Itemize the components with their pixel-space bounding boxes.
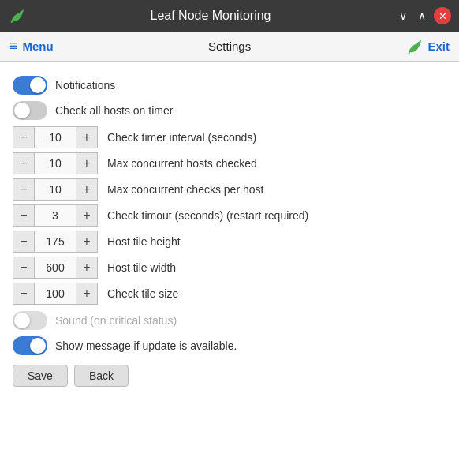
check-all-hosts-toggle-track[interactable] — [13, 101, 47, 120]
stepper-plus-0[interactable]: + — [76, 126, 98, 148]
update-message-label: Show message if update is available. — [55, 339, 237, 352]
minimize-button[interactable]: ∨ — [396, 9, 410, 23]
leaf-icon-title — [8, 7, 25, 24]
title-bar-title: Leaf Node Monitoring — [25, 9, 396, 23]
save-button[interactable]: Save — [13, 365, 68, 387]
exit-label: Exit — [427, 39, 450, 53]
exit-button[interactable]: Exit — [405, 38, 450, 55]
stepper-row-2: −10+Max concurrent checks per host — [13, 178, 446, 201]
stepper-minus-1[interactable]: − — [13, 152, 35, 174]
stepper-label-1: Max concurrent hosts checked — [107, 157, 257, 170]
check-all-hosts-toggle[interactable] — [13, 101, 47, 120]
notifications-toggle[interactable] — [13, 76, 47, 95]
hamburger-icon: ≡ — [9, 38, 18, 54]
stepper-minus-6[interactable]: − — [13, 283, 35, 305]
stepper-row-1: −10+Max concurrent hosts checked — [13, 152, 446, 174]
stepper-label-5: Host tile width — [107, 261, 176, 274]
stepper-value-6: 100 — [35, 283, 76, 305]
stepper-minus-2[interactable]: − — [13, 178, 35, 201]
stepper-row-6: −100+Check tile size — [13, 283, 446, 305]
title-bar-left — [8, 7, 25, 24]
check-all-hosts-row: Check all hosts on timer — [13, 101, 446, 120]
stepper-row-4: −175+Host tile height — [13, 231, 446, 253]
stepper-plus-4[interactable]: + — [76, 231, 98, 253]
button-row: Save Back — [13, 365, 446, 387]
back-button[interactable]: Back — [74, 365, 129, 387]
sound-toggle-thumb — [14, 313, 30, 328]
sound-label: Sound (on critical status) — [55, 314, 177, 327]
stepper-value-3: 3 — [35, 204, 76, 227]
stepper-minus-3[interactable]: − — [13, 204, 35, 227]
sound-toggle-track — [13, 311, 47, 330]
leaf-icon-menu — [405, 38, 423, 55]
stepper-row-0: −10+Check timer interval (seconds) — [13, 126, 446, 148]
stepper-label-6: Check tile size — [107, 287, 178, 300]
stepper-value-1: 10 — [35, 152, 76, 174]
stepper-plus-5[interactable]: + — [76, 257, 98, 279]
notifications-toggle-thumb — [30, 77, 46, 93]
stepper-minus-0[interactable]: − — [13, 126, 35, 148]
maximize-button[interactable]: ∧ — [415, 9, 429, 23]
stepper-minus-4[interactable]: − — [13, 231, 35, 253]
stepper-label-0: Check timer interval (seconds) — [107, 131, 256, 144]
stepper-label-2: Max concurrent checks per host — [107, 183, 263, 196]
stepper-row-5: −600+Host tile width — [13, 257, 446, 279]
stepper-value-0: 10 — [35, 126, 76, 148]
stepper-label-3: Check timout (seconds) (restart required… — [107, 209, 308, 222]
notifications-row: Notifications — [13, 76, 446, 95]
menu-bar: ≡ Menu Settings Exit — [0, 32, 459, 62]
menu-button[interactable]: ≡ Menu — [9, 38, 54, 54]
notifications-toggle-track[interactable] — [13, 76, 47, 95]
stepper-value-5: 600 — [35, 257, 76, 279]
title-bar: Leaf Node Monitoring ∨ ∧ ✕ — [0, 0, 459, 32]
stepper-plus-1[interactable]: + — [76, 152, 98, 174]
stepper-plus-6[interactable]: + — [76, 283, 98, 305]
stepper-row-3: −3+Check timout (seconds) (restart requi… — [13, 204, 446, 227]
update-message-toggle[interactable] — [13, 336, 47, 355]
update-message-toggle-track[interactable] — [13, 336, 47, 355]
close-button[interactable]: ✕ — [434, 7, 451, 24]
stepper-plus-2[interactable]: + — [76, 178, 98, 201]
stepper-plus-3[interactable]: + — [76, 204, 98, 227]
update-message-row: Show message if update is available. — [13, 336, 446, 355]
sound-row: Sound (on critical status) — [13, 311, 446, 330]
stepper-value-2: 10 — [35, 178, 76, 201]
check-all-hosts-label: Check all hosts on timer — [55, 104, 173, 117]
steppers-container: −10+Check timer interval (seconds)−10+Ma… — [13, 126, 446, 305]
stepper-label-4: Host tile height — [107, 235, 181, 248]
stepper-value-4: 175 — [35, 231, 76, 253]
sound-toggle — [13, 311, 47, 330]
content-area: Notifications Check all hosts on timer −… — [0, 62, 459, 476]
settings-label: Settings — [54, 39, 406, 53]
check-all-hosts-toggle-thumb — [14, 103, 30, 118]
update-message-toggle-thumb — [30, 338, 46, 354]
stepper-minus-5[interactable]: − — [13, 257, 35, 279]
title-bar-controls: ∨ ∧ ✕ — [396, 7, 451, 24]
menu-label: Menu — [23, 39, 54, 53]
notifications-label: Notifications — [55, 79, 115, 92]
